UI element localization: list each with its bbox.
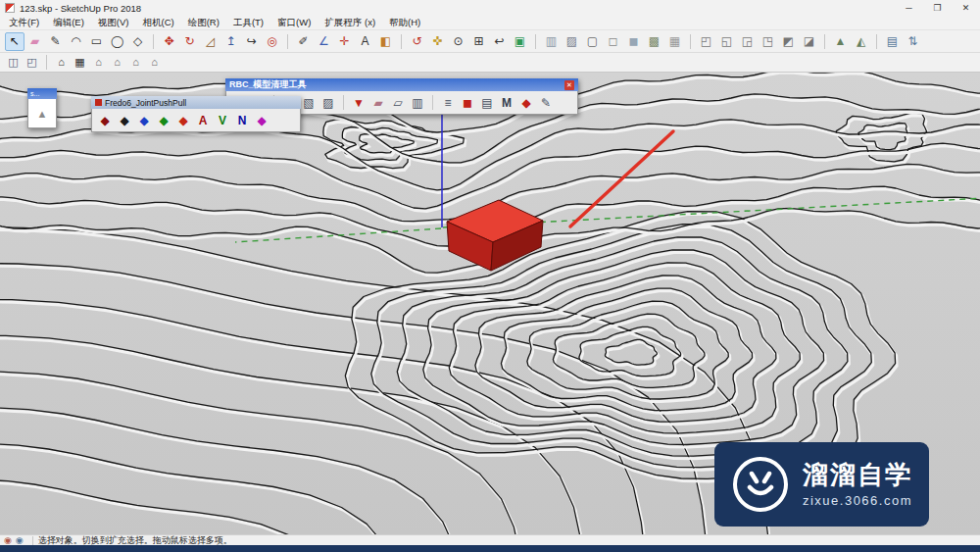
- minimize-button[interactable]: ─: [895, 0, 923, 16]
- jpp-normal-pushpull[interactable]: ◆: [135, 111, 154, 129]
- tape-measure-tool[interactable]: ✐: [294, 32, 314, 51]
- rbc-flatten-tool[interactable]: ▱: [389, 93, 408, 112]
- mini-panel-titlebar[interactable]: s...: [27, 88, 57, 99]
- solid-intersect-tool[interactable]: ◩: [779, 32, 799, 51]
- view-right[interactable]: ⌂: [109, 54, 126, 71]
- section-plane-tool[interactable]: ▣: [511, 32, 530, 51]
- credits-icon[interactable]: ◉: [16, 536, 24, 545]
- geolocation-icon[interactable]: ◉: [4, 536, 12, 545]
- jpp-follow[interactable]: ◆: [174, 111, 193, 129]
- paint-bucket-tool[interactable]: ◧: [376, 32, 396, 51]
- view-top[interactable]: ▦: [72, 54, 89, 71]
- rotate-tool[interactable]: ↻: [180, 32, 200, 51]
- orbit-tool[interactable]: ↺: [408, 32, 427, 51]
- rbc-cube-tool[interactable]: ▨: [319, 93, 338, 112]
- menu-item[interactable]: 视图(V): [91, 17, 136, 29]
- polygon-tool[interactable]: ◇: [128, 32, 148, 51]
- menu-item[interactable]: 绘图(R): [181, 17, 226, 29]
- menu-item[interactable]: 帮助(H): [382, 17, 427, 29]
- view-iso[interactable]: ⌂: [53, 54, 71, 71]
- style-monochrome[interactable]: ▦: [665, 32, 685, 51]
- menu-item[interactable]: 扩展程序 (x): [318, 17, 382, 29]
- solid-trim-tool[interactable]: ◳: [759, 32, 778, 51]
- solid-split-tool[interactable]: ◪: [800, 32, 819, 51]
- move-tool[interactable]: ✥: [160, 32, 179, 51]
- style-xray[interactable]: ▥: [542, 32, 562, 51]
- circle-tool[interactable]: ◯: [108, 32, 127, 51]
- protractor-tool[interactable]: ∠: [315, 32, 334, 51]
- watermark-title: 溜溜自学: [803, 461, 912, 490]
- style-textured[interactable]: ▩: [645, 32, 664, 51]
- view-left[interactable]: ⌂: [146, 54, 164, 71]
- rbc-material-tool[interactable]: M: [498, 93, 516, 112]
- menu-item[interactable]: 文件(F): [2, 17, 46, 29]
- solid-subtract-tool[interactable]: ◲: [738, 32, 758, 51]
- sandbox-from-contours-tool[interactable]: ▲: [831, 32, 851, 51]
- mini-panel[interactable]: s... ▲: [27, 88, 57, 128]
- scale-tool[interactable]: ◿: [201, 32, 220, 51]
- jpp-mode-v[interactable]: V: [214, 111, 232, 129]
- style-shaded[interactable]: ◼: [624, 32, 644, 51]
- arc-tool[interactable]: ◠: [67, 32, 86, 51]
- axes-tool[interactable]: ✛: [335, 32, 355, 51]
- jpp-vector-pushpull[interactable]: ◆: [116, 111, 134, 129]
- rbc-red-mark-tool[interactable]: ◆: [517, 93, 536, 112]
- viewport[interactable]: s... ▲ Fredo6_JointPushPull ◆◆◆◆◆AVN◆ RB…: [0, 73, 980, 534]
- rectangle-tool[interactable]: ▭: [87, 32, 107, 51]
- sandbox-smoove-tool[interactable]: ◭: [852, 32, 871, 51]
- pencil-tool[interactable]: ✎: [46, 32, 66, 51]
- rbc-stack-tool[interactable]: ▤: [478, 93, 497, 112]
- eraser-tool[interactable]: ▰: [25, 32, 45, 51]
- jpp-joint-pushpull[interactable]: ◆: [96, 111, 115, 129]
- style-back-edges[interactable]: ▨: [563, 32, 582, 51]
- rbc-funnel-tool[interactable]: ▼: [350, 93, 368, 112]
- maximize-button[interactable]: ❐: [923, 0, 952, 16]
- zoom-tool[interactable]: ⊙: [449, 32, 468, 51]
- menu-item[interactable]: 工具(T): [226, 17, 270, 29]
- rbc-pencil-tool[interactable]: ✎: [537, 93, 556, 112]
- text-tool[interactable]: A: [356, 32, 375, 51]
- view-back[interactable]: ⌂: [127, 54, 145, 71]
- style-hidden-line[interactable]: ◻: [604, 32, 623, 51]
- style-wireframe[interactable]: ▢: [583, 32, 603, 51]
- panels-icon[interactable]: ◫: [5, 54, 23, 71]
- status-bar: ◉◉ 选择对象。切换到扩充选择。拖动鼠标选择多项。: [0, 534, 980, 545]
- follow-me-tool[interactable]: ↪: [242, 32, 262, 51]
- rbc-toolbar-titlebar[interactable]: RBC_模型清理工具 ✕: [225, 78, 578, 91]
- rbc-eraser-tool[interactable]: ▰: [369, 93, 388, 112]
- rbc-plane-tool[interactable]: ▥: [409, 93, 427, 112]
- offset-tool[interactable]: ◎: [263, 32, 282, 51]
- pages-icon[interactable]: ◰: [24, 54, 41, 71]
- rbc-red-fix-tool[interactable]: ◼: [459, 93, 477, 112]
- watermark-logo: [731, 455, 790, 514]
- mini-panel-thumbnail[interactable]: ▲: [27, 99, 57, 128]
- menu-item[interactable]: 窗口(W): [270, 17, 318, 29]
- rbc-edges-tool[interactable]: ▧: [300, 93, 318, 112]
- jpp-mode-n[interactable]: N: [233, 111, 252, 129]
- fredo-toolbar-titlebar[interactable]: Fredo6_JointPushPull: [91, 96, 301, 109]
- previous-view-tool[interactable]: ↩: [490, 32, 510, 51]
- status-icons: ◉◉: [4, 536, 27, 545]
- jpp-mode-a[interactable]: A: [194, 111, 213, 129]
- fredo-toolbar[interactable]: Fredo6_JointPushPull ◆◆◆◆◆AVN◆: [91, 96, 301, 132]
- menu-item[interactable]: 相机(C): [135, 17, 180, 29]
- rbc-layers-tool[interactable]: ≡: [439, 93, 458, 112]
- zoom-extents-tool[interactable]: ⊞: [469, 32, 489, 51]
- jpp-thicken[interactable]: ◆: [155, 111, 173, 129]
- close-button[interactable]: ✕: [952, 0, 980, 16]
- toolbar-separator: [343, 95, 344, 110]
- solid-outer-shell-tool[interactable]: ◰: [697, 32, 716, 51]
- pan-tool[interactable]: ✜: [428, 32, 448, 51]
- select-tool[interactable]: ↖: [5, 32, 24, 51]
- menu-item[interactable]: 编辑(E): [46, 17, 91, 29]
- toolbar-separator: [876, 34, 877, 49]
- solid-union-tool[interactable]: ◱: [717, 32, 737, 51]
- mini-panel-title: s...: [30, 90, 39, 97]
- walk-tool[interactable]: ⇅: [904, 32, 923, 51]
- view-front[interactable]: ⌂: [90, 54, 108, 71]
- rbc-close-button[interactable]: ✕: [564, 80, 574, 90]
- status-separator: [32, 536, 33, 545]
- layers-toggle[interactable]: ▤: [883, 32, 903, 51]
- jpp-options[interactable]: ◆: [253, 111, 271, 129]
- push-pull-tool[interactable]: ↥: [221, 32, 241, 51]
